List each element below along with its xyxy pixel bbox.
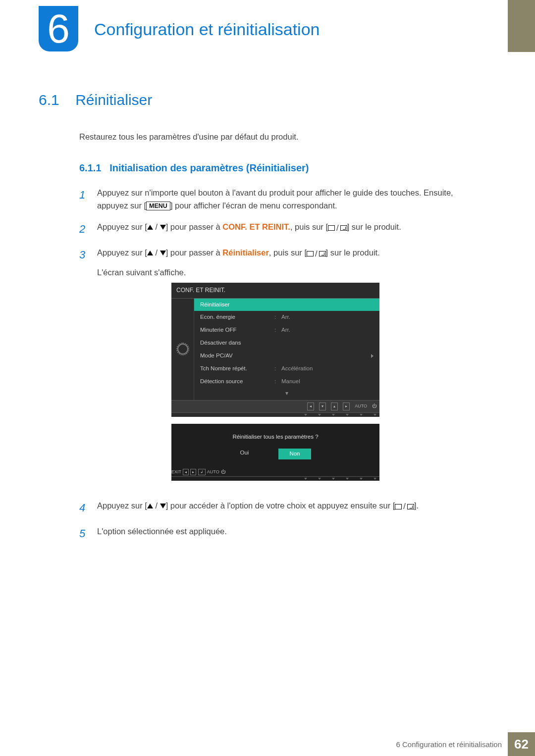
page-footer: 6 Configuration et réinitialisation 62 [0, 732, 535, 756]
triangle-up-icon [147, 504, 153, 508]
triangle-up-icon [147, 251, 153, 255]
page-number: 62 [508, 732, 535, 756]
step-body: Appuyez sur [ / ] pour passer à Réinitia… [97, 247, 484, 491]
highlight-reinit: Réinitialiser [222, 248, 269, 257]
step-number: 4 [79, 500, 88, 516]
osd-confirm-options: Oui Non [171, 449, 379, 467]
step-body: L'option sélectionnée est appliquée. [97, 525, 484, 542]
gear-icon [177, 344, 188, 354]
step-3: 3 Appuyez sur [ / ] pour passer à Réinit… [79, 247, 484, 491]
step-text: Appuyez sur [ [97, 248, 147, 257]
step-4: 4 Appuyez sur [ / ] pour accéder à l'opt… [79, 500, 484, 516]
osd-title: CONF. ET REINIT. [171, 283, 379, 299]
nav-back-icon: ◂ [307, 403, 314, 410]
step-text: ] sur le produit. [347, 222, 401, 231]
step-text: Appuyez sur [ [97, 501, 147, 510]
osd-row-value: Arr. [281, 326, 374, 335]
content-area: 6.1 Réinitialiser Restaurez tous les par… [39, 92, 484, 551]
power-icon: ⏻ [372, 403, 376, 410]
triangle-down-icon [160, 225, 166, 230]
nav-up-icon: ▴ [331, 403, 338, 410]
step-number: 2 [79, 221, 88, 238]
sidebar-accent [508, 0, 535, 52]
step-text: ] pour afficher l'écran de menu correspo… [170, 201, 337, 210]
step-text: , puis sur [ [290, 222, 328, 231]
osd-row: Econ. énergie:Arr. [194, 311, 379, 324]
highlight-conf: CONF. ET REINIT. [222, 222, 290, 231]
osd-rows: Réinitialiser Econ. énergie:Arr. Minuter… [194, 299, 379, 400]
step-5: 5 L'option sélectionnée est appliquée. [79, 525, 484, 542]
osd-row-label: Détection source [200, 377, 274, 386]
step-body: Appuyez sur [ / ] pour passer à CONF. ET… [97, 221, 484, 238]
osd-row-label: Econ. énergie [200, 313, 274, 322]
footer-text: 6 Configuration et réinitialisation [396, 740, 502, 749]
step-text: ]. [414, 501, 419, 510]
subsection-heading: 6.1.1 Initialisation des paramètres (Réi… [79, 162, 484, 174]
nav-down-icon: ▾ [319, 403, 326, 410]
chevron-down-icon: ▾ [194, 388, 379, 400]
osd-confirm-question: Réinitialiser tous les paramètres ? [171, 424, 379, 449]
section-title: Réinitialiser [75, 92, 152, 108]
nav-enter-icon: ↲ [198, 469, 206, 475]
osd-row: Tch Nombre répét.:Accélération [194, 362, 379, 375]
osd-row-value: Arr. [281, 313, 374, 322]
step-text: ] pour accéder à l'option de votre choix… [166, 501, 395, 510]
osd-confirm-dialog: Réinitialiser tous les paramètres ? Oui … [171, 424, 379, 480]
step-body: Appuyez sur [ / ] pour accéder à l'optio… [97, 500, 484, 516]
nav-auto-label: AUTO [355, 403, 367, 410]
enter-icon: / [395, 500, 414, 513]
step-text: ] pour passer à [166, 248, 223, 257]
section-heading: 6.1 Réinitialiser [39, 92, 484, 108]
enter-icon: / [328, 222, 347, 235]
nav-forward-icon: ▸ [343, 403, 350, 410]
osd-nav-markers [171, 476, 379, 481]
osd-navbar: EXIT ◂ ▸ ↲ AUTO ⏻ [171, 467, 379, 476]
menu-key-icon: MENU [146, 202, 170, 210]
osd-row-label: Tch Nombre répét. [200, 364, 274, 373]
nav-forward-icon: ▸ [190, 469, 196, 475]
power-icon: ⏻ [221, 469, 225, 474]
step-text: ] sur le produit. [326, 248, 380, 257]
chapter-number-tab: 6 [39, 6, 78, 51]
step-1: 1 Appuyez sur n'importe quel bouton à l'… [79, 187, 484, 212]
osd-screenshots: CONF. ET REINIT. Réinitialiser Econ. éne… [171, 283, 484, 481]
chapter-title: Configuration et réinitialisation [94, 20, 320, 39]
osd-row-label: Désactiver dans [200, 339, 274, 348]
step-body: Appuyez sur n'importe quel bouton à l'av… [97, 187, 484, 212]
osd-menu: CONF. ET REINIT. Réinitialiser Econ. éne… [171, 283, 379, 417]
osd-row-label: Mode PC/AV [200, 352, 274, 360]
osd-option-yes: Oui [240, 449, 249, 459]
step-text: ] pour passer à [166, 222, 223, 231]
arrow-right-icon [371, 354, 374, 358]
step-text: Appuyez sur [ [97, 222, 147, 231]
osd-option-no: Non [278, 449, 311, 459]
osd-sidebar [171, 299, 194, 400]
nav-back-icon: ◂ [183, 469, 189, 475]
triangle-up-icon [147, 225, 153, 230]
osd-row: Minuterie OFF:Arr. [194, 324, 379, 337]
osd-nav-markers [171, 412, 379, 417]
enter-icon: / [307, 248, 326, 260]
triangle-down-icon [160, 504, 166, 508]
section-intro: Restaurez tous les paramètres d'usine pa… [79, 132, 484, 142]
step-number: 3 [79, 247, 88, 491]
step-text: L'écran suivant s'affiche. [97, 266, 484, 279]
osd-row: Désactiver dans [194, 337, 379, 350]
osd-row: Réinitialiser [194, 299, 379, 311]
nav-auto-label: AUTO [207, 469, 219, 474]
osd-row-value: Manuel [281, 377, 374, 386]
step-2: 2 Appuyez sur [ / ] pour passer à CONF. … [79, 221, 484, 238]
step-number: 5 [79, 525, 88, 542]
subsection-number: 6.1.1 [79, 162, 101, 173]
osd-row-label: Minuterie OFF [200, 326, 274, 335]
osd-row-label: Réinitialiser [200, 301, 274, 309]
steps-list: 1 Appuyez sur n'importe quel bouton à l'… [79, 187, 484, 542]
osd-navbar: ◂ ▾ ▴ ▸ AUTO ⏻ [171, 400, 379, 412]
section-number: 6.1 [39, 92, 59, 108]
osd-row: Détection source:Manuel [194, 375, 379, 388]
subsection-title: Initialisation des paramètres (Réinitial… [109, 162, 309, 173]
step-number: 1 [79, 187, 88, 212]
osd-row: Mode PC/AV [194, 350, 379, 362]
step-text: , puis sur [ [269, 248, 307, 257]
nav-exit-label: EXIT [171, 469, 181, 474]
